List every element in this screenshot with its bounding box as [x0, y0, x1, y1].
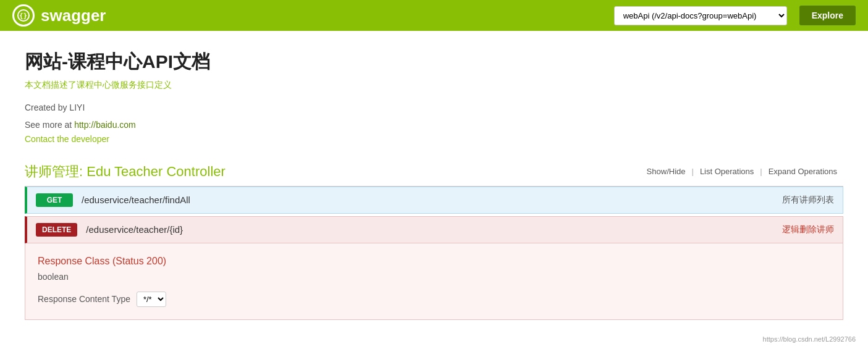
watermark: https://blog.csdn.net/L2992766: [763, 335, 856, 338]
response-content-type-row: Response Content Type */*: [38, 292, 830, 307]
content-type-select[interactable]: */*: [137, 292, 166, 307]
logo: {} swagger: [12, 4, 614, 27]
delete-api-desc: 逻辑删除讲师: [782, 224, 834, 235]
baidu-link[interactable]: http://baidu.com: [74, 120, 136, 130]
delete-method-badge: DELETE: [36, 223, 77, 237]
teacher-section: 讲师管理: Edu Teacher Controller Show/Hide |…: [25, 162, 843, 320]
section-subtitle: : Edu Teacher Controller: [79, 164, 225, 179]
api-selector-wrapper: webApi (/v2/api-docs?group=webApi) Explo…: [614, 6, 856, 25]
response-content-type-label: Response Content Type: [38, 294, 130, 304]
api-title: 网站-课程中心API文档: [25, 49, 843, 75]
section-title: 讲师管理: Edu Teacher Controller: [25, 162, 225, 181]
show-hide-link[interactable]: Show/Hide: [641, 167, 692, 176]
delete-api-path: /eduservice/teacher/{id}: [86, 224, 782, 235]
created-by: Created by LIYI: [25, 101, 843, 116]
explore-button[interactable]: Explore: [799, 6, 856, 25]
expand-operations-link[interactable]: Expand Operations: [762, 167, 843, 176]
response-class-title: Response Class (Status 200): [38, 256, 830, 267]
delete-expanded-panel: Response Class (Status 200) boolean Resp…: [25, 243, 843, 320]
delete-api-row[interactable]: DELETE /eduservice/teacher/{id} 逻辑删除讲师: [25, 216, 843, 243]
section-actions: Show/Hide | List Operations | Expand Ope…: [641, 167, 843, 176]
list-operations-link[interactable]: List Operations: [694, 167, 760, 176]
main-content: 网站-课程中心API文档 本文档描述了课程中心微服务接口定义 Created b…: [0, 31, 868, 338]
get-method-badge: GET: [36, 193, 73, 207]
header: {} swagger webApi (/v2/api-docs?group=we…: [0, 0, 868, 31]
svg-text:{}: {}: [19, 12, 27, 20]
section-header: 讲师管理: Edu Teacher Controller Show/Hide |…: [25, 162, 843, 187]
response-class-body: boolean: [38, 272, 830, 282]
see-more: See more at http://baidu.com: [25, 118, 843, 133]
api-select[interactable]: webApi (/v2/api-docs?group=webApi): [614, 6, 787, 25]
get-api-row[interactable]: GET /eduservice/teacher/findAll 所有讲师列表: [25, 187, 843, 214]
api-subtitle: 本文档描述了课程中心微服务接口定义: [25, 80, 843, 91]
get-api-desc: 所有讲师列表: [782, 195, 834, 206]
swagger-logo-icon: {}: [12, 4, 35, 27]
get-api-path: /eduservice/teacher/findAll: [82, 195, 782, 205]
contact-developer-link[interactable]: Contact the developer: [25, 134, 843, 144]
logo-text: swagger: [41, 6, 106, 25]
